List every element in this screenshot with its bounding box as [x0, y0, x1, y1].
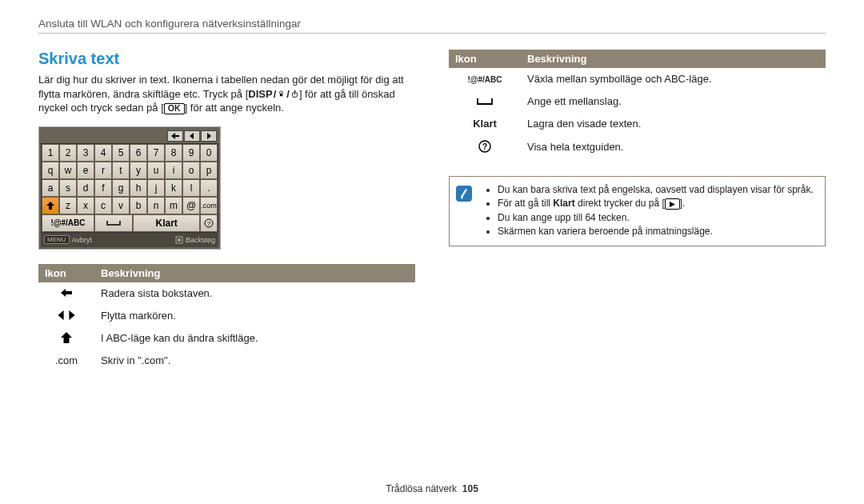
note-item: Du kan ange upp till 64 tecken. — [498, 211, 817, 225]
page-number: 105 — [462, 483, 478, 494]
table-row: Flytta markören. — [38, 304, 415, 326]
table-row: I ABC-läge kan du ändra skiftläge. — [38, 326, 415, 349]
key-shift[interactable] — [42, 197, 59, 214]
desc-cell: Flytta markören. — [94, 304, 415, 326]
key-5[interactable]: 5 — [112, 144, 130, 162]
desc-cell: Växla mellan symbolläge och ABC-läge. — [521, 68, 826, 90]
key-t[interactable]: t — [112, 162, 130, 179]
key-c[interactable]: c — [94, 197, 112, 214]
note-item: Skärmen kan variera beroende på inmatnin… — [498, 225, 817, 238]
abc-mode-icon-text: !@#/ABC — [467, 75, 502, 84]
key-k[interactable]: k — [165, 179, 182, 197]
timer-icon — [290, 90, 299, 98]
macro-icon — [277, 90, 286, 98]
page-footer: Trådlösa nätverk 105 — [0, 483, 864, 494]
key-abc-mode[interactable]: !@#/ABC — [42, 214, 94, 232]
key-r[interactable]: r — [94, 162, 112, 179]
key-f[interactable]: f — [94, 179, 112, 197]
section-title: Skriva text — [38, 50, 415, 68]
key-b[interactable]: b — [130, 197, 147, 214]
backspace-icon — [59, 288, 74, 298]
space-icon — [476, 98, 494, 106]
table-row: .com Skriv in ".com". — [38, 349, 415, 371]
key-z[interactable]: z — [59, 197, 77, 214]
key-space[interactable] — [94, 214, 133, 232]
key-u[interactable]: u — [147, 162, 165, 179]
key-g[interactable]: g — [112, 179, 130, 197]
desc-cell: Ange ett mellanslag. — [521, 90, 826, 113]
kb-footer-cancel: MENUAvbryt — [44, 235, 92, 244]
kb-backspace-icon[interactable] — [167, 130, 183, 142]
key-l[interactable]: l — [182, 179, 200, 197]
table-row: Klart Lagra den visade texten. — [449, 113, 826, 135]
note-item: För att gå till Klart direkt trycker du … — [498, 197, 817, 210]
key-6[interactable]: 6 — [130, 144, 147, 162]
desc-cell: Lagra den visade texten. — [521, 113, 826, 135]
intro-part3: ] för att ange nyckeln. — [185, 102, 284, 114]
intro-text: Lär dig hur du skriver in text. Ikonerna… — [38, 73, 415, 115]
key-e[interactable]: e — [77, 162, 94, 179]
key-q[interactable]: q — [42, 162, 59, 179]
breadcrumb: Ansluta till WLAN och konfigurera nätver… — [38, 18, 826, 30]
klart-icon-text: Klart — [449, 113, 521, 135]
key-9[interactable]: 9 — [182, 144, 200, 162]
key-w[interactable]: w — [59, 162, 77, 179]
svg-text:?: ? — [207, 220, 211, 227]
left-column: Skriva text Lär dig hur du skriver in te… — [38, 50, 415, 372]
left-arrow-icon — [57, 310, 65, 320]
right-icon-table: Ikon Beskrivning !@#/ABC Växla mellan sy… — [449, 50, 826, 158]
key-2[interactable]: 2 — [59, 144, 77, 162]
key-dot[interactable]: . — [200, 179, 218, 197]
svg-point-6 — [178, 238, 181, 242]
divider — [38, 33, 826, 34]
disp-label: DISP — [248, 87, 272, 102]
kb-right-icon[interactable] — [201, 130, 217, 142]
key-7[interactable]: 7 — [147, 144, 165, 162]
table-row: ? Visa hela textguiden. — [449, 135, 826, 158]
table-row: Ange ett mellanslag. — [449, 90, 826, 113]
key-s[interactable]: s — [59, 179, 77, 197]
footer-section: Trådlösa nätverk — [386, 483, 457, 494]
key-8[interactable]: 8 — [165, 144, 182, 162]
key-p[interactable]: p — [200, 162, 218, 179]
key-i[interactable]: i — [165, 162, 182, 179]
key-o[interactable]: o — [182, 162, 200, 179]
key-a[interactable]: a — [42, 179, 59, 197]
key-j[interactable]: j — [147, 179, 165, 197]
key-4[interactable]: 4 — [94, 144, 112, 162]
info-icon — [450, 177, 478, 246]
kb-footer-backspace: Backsteg — [175, 236, 215, 244]
table-row: Radera sista bokstaven. — [38, 282, 415, 305]
key-h[interactable]: h — [130, 179, 147, 197]
kb-left-icon[interactable] — [184, 130, 200, 142]
key-done[interactable]: Klart — [133, 214, 200, 232]
table-row: !@#/ABC Växla mellan symbolläge och ABC-… — [449, 68, 826, 90]
com-icon-text: .com — [38, 349, 94, 371]
th-desc: Beskrivning — [94, 264, 415, 282]
key-y[interactable]: y — [130, 162, 147, 179]
key-1[interactable]: 1 — [42, 144, 59, 162]
key-x[interactable]: x — [77, 197, 94, 214]
desc-cell: Radera sista bokstaven. — [94, 282, 415, 305]
onscreen-keyboard: 1 2 3 4 5 6 7 8 9 0 q w e r t y — [38, 126, 221, 250]
left-icon-table: Ikon Beskrivning Radera sista bokstaven.… — [38, 264, 415, 372]
key-help[interactable]: ? — [200, 214, 218, 232]
key-at[interactable]: @ — [182, 197, 200, 214]
key-3[interactable]: 3 — [77, 144, 94, 162]
svg-text:?: ? — [482, 142, 487, 151]
key-com[interactable]: .com — [200, 197, 218, 214]
key-0[interactable]: 0 — [200, 144, 218, 162]
desc-cell: Visa hela textguiden. — [521, 135, 826, 158]
right-arrow-icon — [68, 310, 76, 320]
right-column: Ikon Beskrivning !@#/ABC Växla mellan sy… — [449, 50, 826, 372]
note-box: Du kan bara skriva text på engelska, oav… — [449, 176, 826, 246]
key-v[interactable]: v — [112, 197, 130, 214]
shift-icon — [61, 332, 72, 343]
menu-label: MENU — [44, 235, 70, 244]
th-icon: Ikon — [449, 50, 521, 68]
th-desc: Beskrivning — [521, 50, 826, 68]
key-d[interactable]: d — [77, 179, 94, 197]
key-n[interactable]: n — [147, 197, 165, 214]
key-m[interactable]: m — [165, 197, 182, 214]
th-icon: Ikon — [38, 264, 94, 282]
